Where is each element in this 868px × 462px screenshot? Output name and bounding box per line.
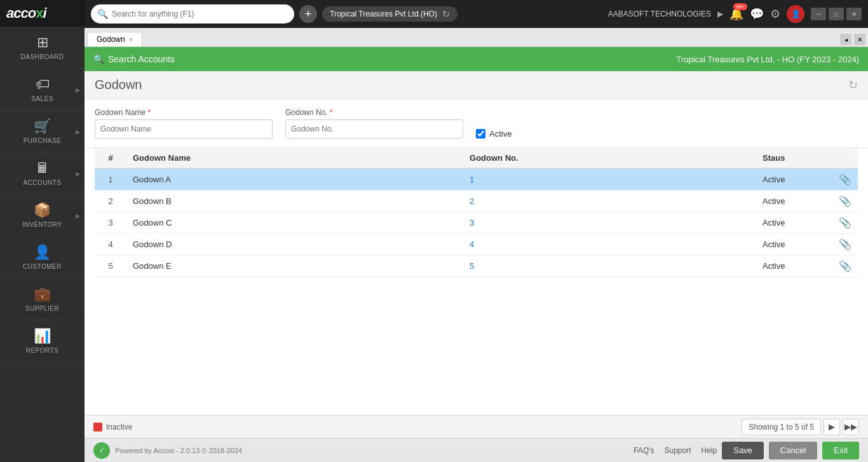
active-label: Active bbox=[489, 129, 512, 139]
row-edit-button[interactable]: 📎 bbox=[832, 168, 858, 191]
settings-icon[interactable]: ⚙ bbox=[770, 7, 780, 21]
sidebar-item-purchase[interactable]: 🛒 PURCHASE ▶ bbox=[0, 111, 85, 153]
add-button[interactable]: + bbox=[299, 5, 317, 23]
action-footer: ✓ Powered by Accoxi - 2.0.13 © 2018-2024… bbox=[85, 438, 868, 462]
topbar-right: AABASOFT TECHNOLOGIES ▶ 🔔 99+ 💬 ⚙ 👤 ─ □ … bbox=[608, 5, 862, 23]
row-status: Active bbox=[756, 234, 832, 255]
sidebar-item-reports[interactable]: 📊 REPORTS bbox=[0, 320, 85, 362]
cancel-button[interactable]: Cancel bbox=[769, 442, 817, 459]
active-checkbox-group: Active bbox=[476, 129, 512, 139]
sidebar-item-label: ACCOUNTS bbox=[23, 179, 61, 186]
row-id: 4 bbox=[95, 234, 126, 255]
godown-name-label: Godown Name * bbox=[95, 108, 273, 117]
search-input[interactable] bbox=[112, 10, 288, 18]
table-container: # Godown Name Godown No. Staus 1 Godown … bbox=[85, 148, 868, 415]
sidebar-item-inventory[interactable]: 📦 INVENTORY ▶ bbox=[0, 194, 85, 236]
row-name: Godown D bbox=[126, 234, 463, 255]
org-name: AABASOFT TECHNOLOGIES bbox=[608, 10, 711, 18]
page-refresh-button[interactable]: ↻ bbox=[848, 78, 858, 92]
table-row[interactable]: 4 Godown D 4 Active 📎 bbox=[95, 234, 858, 255]
app-logo: accoxi bbox=[0, 0, 85, 27]
table-row[interactable]: 3 Godown C 3 Active 📎 bbox=[95, 212, 858, 234]
search-accounts-label: Search Accounts bbox=[108, 54, 175, 64]
godown-name-input[interactable] bbox=[95, 119, 273, 139]
footer-links: FAQ's Support Help bbox=[634, 446, 717, 455]
required-marker: * bbox=[147, 108, 151, 117]
green-header: 🔍 Search Accounts Tropical Treasures Pvt… bbox=[85, 47, 868, 71]
chat-icon[interactable]: 💬 bbox=[750, 7, 764, 21]
tab-godown[interactable]: Godown × bbox=[87, 32, 142, 46]
inactive-indicator: Inactive bbox=[93, 423, 132, 431]
accounts-icon: 🖩 bbox=[36, 160, 50, 177]
close-button[interactable]: ✕ bbox=[846, 8, 862, 20]
row-id: 1 bbox=[95, 168, 126, 191]
maximize-button[interactable]: □ bbox=[829, 8, 844, 20]
table-header-row: # Godown Name Godown No. Staus bbox=[95, 148, 858, 168]
sidebar-item-label: SUPPLIER bbox=[25, 305, 59, 312]
support-link[interactable]: Support bbox=[665, 446, 691, 455]
save-button[interactable]: Save bbox=[722, 442, 764, 459]
row-edit-button[interactable]: 📎 bbox=[832, 212, 858, 234]
notification-badge: 99+ bbox=[733, 3, 747, 10]
company-name: Tropical Treasures Pvt Ltd.(HO) bbox=[330, 10, 437, 18]
table-row[interactable]: 1 Godown A 1 Active 📎 bbox=[95, 168, 858, 191]
godown-no-input[interactable] bbox=[285, 119, 463, 139]
minimize-button[interactable]: ─ bbox=[811, 8, 826, 20]
col-header-no: Godown No. bbox=[463, 148, 756, 168]
godown-table: # Godown Name Godown No. Staus 1 Godown … bbox=[95, 148, 858, 277]
purchase-icon: 🛒 bbox=[34, 118, 51, 135]
refresh-icon[interactable]: ↻ bbox=[442, 9, 450, 19]
notification-bell[interactable]: 🔔 99+ bbox=[729, 7, 743, 21]
tab-close-all-button[interactable]: ✕ bbox=[854, 34, 865, 45]
sidebar-item-label: DASHBOARD bbox=[21, 53, 64, 60]
dropdown-icon: ▶ bbox=[717, 10, 723, 18]
sidebar-item-dashboard[interactable]: ⊞ DASHBOARD bbox=[0, 27, 85, 69]
chevron-right-icon: ▶ bbox=[76, 212, 81, 219]
sidebar-item-accounts[interactable]: 🖩 ACCOUNTS ▶ bbox=[0, 153, 85, 194]
tab-close-icon[interactable]: × bbox=[129, 36, 133, 43]
sidebar-item-sales[interactable]: 🏷 SALES ▶ bbox=[0, 69, 85, 111]
search-icon: 🔍 bbox=[97, 9, 108, 19]
row-no: 5 bbox=[463, 255, 756, 277]
tab-controls: ◂ ✕ bbox=[840, 34, 865, 46]
page-title: Godown bbox=[95, 78, 142, 92]
sidebar-item-supplier[interactable]: 💼 SUPPLIER bbox=[0, 278, 85, 320]
page-title-bar: Godown ↻ bbox=[85, 71, 868, 99]
row-edit-button[interactable]: 📎 bbox=[832, 255, 858, 277]
company-selector[interactable]: Tropical Treasures Pvt Ltd.(HO) ↻ bbox=[322, 6, 458, 22]
inactive-dot bbox=[93, 423, 102, 431]
row-name: Godown C bbox=[126, 212, 463, 234]
col-header-name: Godown Name bbox=[126, 148, 463, 168]
search-box[interactable]: 🔍 bbox=[91, 4, 294, 24]
exit-button[interactable]: Exit bbox=[822, 442, 859, 459]
chevron-right-icon: ▶ bbox=[76, 170, 81, 177]
table-row[interactable]: 5 Godown E 5 Active 📎 bbox=[95, 255, 858, 277]
user-avatar[interactable]: 👤 bbox=[787, 5, 804, 23]
topbar: 🔍 + Tropical Treasures Pvt Ltd.(HO) ↻ AA… bbox=[85, 0, 868, 28]
footer-logo: ✓ bbox=[93, 442, 110, 459]
col-header-action bbox=[832, 148, 858, 168]
row-status: Active bbox=[756, 255, 832, 277]
search-accounts-button[interactable]: 🔍 Search Accounts bbox=[93, 54, 175, 64]
active-checkbox[interactable] bbox=[476, 129, 485, 139]
faq-link[interactable]: FAQ's bbox=[634, 446, 654, 455]
tab-prev-button[interactable]: ◂ bbox=[840, 34, 851, 45]
help-link[interactable]: Help bbox=[702, 446, 717, 455]
window-controls: ─ □ ✕ bbox=[811, 8, 862, 20]
row-edit-button[interactable]: 📎 bbox=[832, 234, 858, 255]
sidebar-item-label: PURCHASE bbox=[24, 137, 62, 144]
pagination-next-button[interactable]: ▶ bbox=[824, 419, 840, 435]
table-row[interactable]: 2 Godown B 2 Active 📎 bbox=[95, 191, 858, 212]
row-edit-button[interactable]: 📎 bbox=[832, 191, 858, 212]
godown-no-group: Godown No. * bbox=[285, 108, 463, 139]
tabbar: Godown × ◂ ✕ bbox=[85, 28, 868, 47]
row-no: 1 bbox=[463, 168, 756, 191]
pagination-last-button[interactable]: ▶▶ bbox=[843, 419, 859, 435]
godown-name-group: Godown Name * bbox=[95, 108, 273, 139]
powered-by-text: Powered by Accoxi - 2.0.13 © 2018-2024 bbox=[115, 447, 242, 454]
required-marker: * bbox=[330, 108, 333, 117]
row-no: 3 bbox=[463, 212, 756, 234]
godown-no-label: Godown No. * bbox=[285, 108, 463, 117]
sidebar-item-customer[interactable]: 👤 CUSTOMER bbox=[0, 236, 85, 278]
reports-icon: 📊 bbox=[34, 328, 51, 344]
